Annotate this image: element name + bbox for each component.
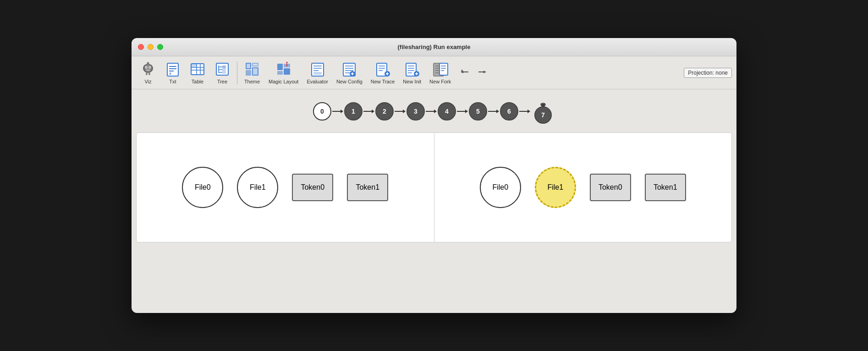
- theme-icon: [244, 61, 260, 77]
- state-panel-right: File0 File1 Token0 Token1: [434, 133, 732, 242]
- state-node-file1-right: File1: [535, 167, 576, 208]
- svg-rect-35: [247, 64, 250, 68]
- trace-node-1[interactable]: 1: [344, 102, 363, 121]
- projection-badge[interactable]: Projection: none: [684, 68, 732, 78]
- new-init-label: New Init: [403, 79, 421, 84]
- close-button[interactable]: [138, 44, 144, 50]
- state-node-file1-left: File1: [237, 167, 278, 208]
- svg-rect-28: [222, 66, 226, 68]
- new-fork-label: New Fork: [429, 79, 451, 84]
- svg-point-3: [146, 67, 147, 68]
- new-fork-button[interactable]: New Fork: [426, 59, 455, 86]
- trace-arrow-6: [519, 108, 530, 115]
- svg-marker-97: [465, 110, 468, 113]
- magic-layout-icon: [275, 61, 292, 77]
- tree-label: Tree: [217, 79, 227, 84]
- txt-icon: A: [165, 61, 181, 77]
- state-node-token0-left: Token0: [292, 174, 333, 201]
- svg-marker-101: [527, 110, 530, 113]
- svg-rect-5: [146, 70, 150, 71]
- svg-rect-8: [143, 67, 145, 70]
- nav-forward-button[interactable]: [474, 65, 489, 81]
- evaluator-button[interactable]: Evaluator: [303, 59, 331, 86]
- magic-layout-button[interactable]: Magic Layout: [265, 59, 302, 86]
- state-node-file0-right: File0: [480, 167, 521, 208]
- state-panel-left: File0 File1 Token0 Token1: [137, 133, 434, 242]
- app-window: (filesharing) Run example: [132, 38, 736, 313]
- new-config-button[interactable]: New Config: [333, 59, 366, 86]
- new-config-label: New Config: [336, 79, 363, 84]
- theme-button[interactable]: Theme: [240, 59, 264, 86]
- trace-arrow-2: [395, 108, 406, 115]
- nav-back-button[interactable]: [457, 65, 473, 81]
- svg-rect-9: [151, 67, 153, 70]
- new-trace-button[interactable]: New Trace: [367, 59, 399, 86]
- trace-node-3[interactable]: 3: [407, 102, 425, 121]
- svg-marker-99: [496, 110, 499, 113]
- new-config-icon: [341, 61, 357, 77]
- svg-rect-29: [222, 68, 226, 71]
- separator-1: [237, 61, 237, 84]
- svg-rect-32: [246, 70, 251, 76]
- svg-rect-36: [253, 64, 258, 66]
- trace-node-7-svg: 7: [531, 98, 555, 125]
- trace-bar: 0 1 2 3 4: [136, 94, 732, 129]
- nav-arrows: [457, 65, 489, 81]
- svg-text:A: A: [169, 72, 171, 75]
- svg-marker-87: [483, 71, 486, 73]
- trace-arrow-0: [332, 108, 343, 115]
- trace-node-5[interactable]: 5: [469, 102, 487, 121]
- svg-rect-48: [313, 72, 322, 75]
- trace-node-4[interactable]: 4: [438, 102, 456, 121]
- table-button[interactable]: Table: [186, 59, 209, 86]
- window-title: (filesharing) Run example: [398, 44, 471, 50]
- states-area: File0 File1 Token0 Token1 File0 File1: [136, 132, 732, 242]
- svg-rect-10: [146, 72, 148, 75]
- svg-rect-37: [253, 68, 258, 75]
- trace-arrow-1: [363, 108, 374, 115]
- svg-marker-91: [372, 110, 374, 113]
- new-init-button[interactable]: New Init: [399, 59, 425, 86]
- table-icon: [189, 61, 206, 77]
- minimize-button[interactable]: [148, 44, 154, 50]
- svg-rect-30: [222, 71, 226, 74]
- new-init-icon: [404, 61, 420, 77]
- toolbar: Viz A Txt: [132, 56, 736, 89]
- svg-rect-22: [191, 64, 197, 67]
- svg-rect-11: [148, 72, 150, 75]
- title-bar: (filesharing) Run example: [132, 38, 736, 56]
- trace-node-6[interactable]: 6: [500, 102, 518, 121]
- svg-point-7: [147, 62, 149, 64]
- svg-rect-38: [277, 64, 283, 70]
- svg-marker-95: [434, 110, 437, 113]
- txt-button[interactable]: A Txt: [161, 59, 185, 86]
- svg-point-4: [149, 67, 150, 68]
- svg-rect-39: [277, 71, 283, 75]
- state-node-token1-right: Token1: [645, 174, 686, 201]
- tree-button[interactable]: Tree: [210, 59, 234, 86]
- svg-marker-93: [403, 110, 406, 113]
- trace-node-7-container: 7: [531, 98, 555, 125]
- state-node-file0-left: File0: [182, 167, 223, 208]
- tree-icon: [214, 61, 231, 77]
- evaluator-label: Evaluator: [307, 79, 328, 84]
- trace-arrow-5: [488, 108, 499, 115]
- viz-button[interactable]: Viz: [136, 59, 160, 86]
- viz-label: Viz: [144, 79, 151, 84]
- trace-arrow-4: [457, 108, 468, 115]
- table-label: Table: [192, 79, 203, 84]
- svg-text:7: 7: [541, 111, 545, 119]
- magic-layout-label: Magic Layout: [269, 79, 298, 84]
- trace-node-2[interactable]: 2: [375, 102, 394, 121]
- state-node-token0-right: Token0: [590, 174, 631, 201]
- viz-icon: [140, 61, 156, 77]
- svg-rect-41: [284, 68, 290, 75]
- new-trace-label: New Trace: [371, 79, 395, 84]
- theme-label: Theme: [244, 79, 260, 84]
- new-trace-icon: [374, 61, 391, 77]
- trace-node-0[interactable]: 0: [313, 102, 331, 121]
- txt-label: Txt: [169, 79, 176, 84]
- trace-arrow-3: [426, 108, 437, 115]
- svg-marker-89: [341, 110, 343, 113]
- fullscreen-button[interactable]: [157, 44, 163, 50]
